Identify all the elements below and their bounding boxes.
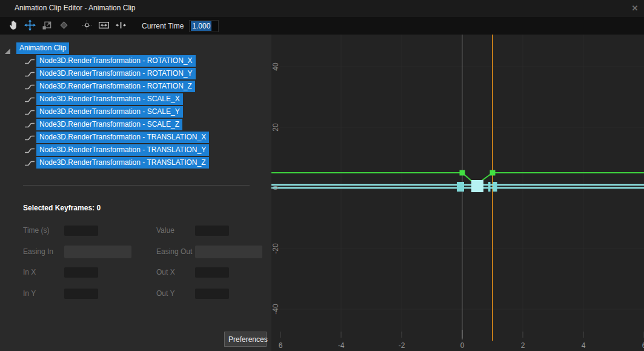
x-tick-label: 0 — [460, 341, 465, 350]
tree-item-label: Node3D.RenderTransformation - ROTATION_Z — [36, 81, 195, 92]
scale-box-icon — [41, 19, 53, 33]
in-x-input[interactable] — [64, 267, 98, 278]
y-axis: 40200-20-40 — [271, 62, 280, 315]
y-tick-label: 40 — [271, 62, 280, 71]
fit-horizontally-button[interactable] — [96, 18, 111, 34]
expander-icon[interactable] — [5, 45, 10, 51]
cyan-keyframes — [457, 180, 497, 192]
split-arrows-icon — [115, 19, 127, 33]
animation-curve-icon — [24, 159, 35, 170]
tree-item[interactable]: Node3D.RenderTransformation - ROTATION_X — [0, 55, 271, 67]
center-view-button[interactable] — [79, 18, 95, 34]
selected-keyframes-heading: Selected Keyframes: 0 — [23, 204, 101, 212]
animation-curve-icon — [24, 133, 35, 144]
animation-curve-icon — [24, 70, 35, 81]
field-label: In Y — [23, 289, 36, 299]
keyframe-marker[interactable] — [490, 170, 496, 176]
scale-tool-button[interactable] — [39, 18, 55, 34]
keyframe-marker[interactable] — [488, 182, 491, 192]
preferences-button[interactable]: Preferences — [224, 332, 267, 347]
hand-icon — [7, 19, 19, 33]
selected-keyframes-label: Selected Keyframes: — [23, 204, 95, 212]
field-label: Time (s) — [23, 226, 50, 236]
curve-editor-canvas[interactable]: 6-4-2024640200-20-40 — [271, 35, 644, 351]
move-tool-button[interactable] — [22, 18, 38, 34]
tree-item-label: Node3D.RenderTransformation - TRANSLATIO… — [36, 157, 209, 169]
tree-item-label: Node3D.RenderTransformation - SCALE_Z — [36, 119, 182, 130]
out-y-input[interactable] — [195, 289, 229, 299]
y-tick-label: 20 — [271, 123, 280, 132]
out-x-input[interactable] — [195, 267, 229, 278]
window-title: Animation Clip Editor - Animation Clip — [15, 4, 135, 12]
close-icon[interactable]: ✕ — [630, 4, 640, 13]
current-time-label: Current Time — [142, 22, 184, 30]
current-time-input[interactable]: 1.000 — [189, 20, 219, 32]
y-tick-label: -20 — [271, 243, 280, 254]
pan-tool-button[interactable] — [5, 18, 21, 34]
animation-curve-icon — [24, 146, 35, 157]
tree-item-label: Node3D.RenderTransformation - ROTATION_Y — [36, 68, 196, 79]
tree-item[interactable]: Node3D.RenderTransformation - SCALE_X — [0, 93, 271, 105]
animation-curve-icon — [24, 82, 35, 93]
animation-curve-icon — [24, 95, 35, 106]
tree-item-label: Node3D.RenderTransformation - SCALE_X — [36, 93, 183, 105]
tree-item[interactable]: Node3D.RenderTransformation - ROTATION_Y — [0, 68, 271, 79]
tree-item-label: Node3D.RenderTransformation - ROTATION_X — [36, 55, 196, 67]
tree-item-label: Node3D.RenderTransformation - TRANSLATIO… — [36, 132, 209, 143]
fit-width-icon — [98, 19, 110, 33]
fit-to-current-time-button[interactable] — [113, 18, 128, 34]
x-tick-label: 6 — [279, 341, 283, 350]
keyframe-marker[interactable] — [457, 182, 464, 192]
field-label: In X — [23, 267, 36, 278]
animation-curve-icon — [24, 121, 35, 132]
divider — [23, 185, 250, 186]
y-tick-label: 0 — [271, 186, 280, 190]
titlebar: Animation Clip Editor - Animation Clip ✕ — [0, 0, 644, 17]
tree-item-label: Node3D.RenderTransformation - TRANSLATIO… — [36, 144, 209, 156]
animation-curve-icon — [24, 57, 35, 68]
move-arrows-icon — [24, 19, 36, 33]
tree-root-label: Animation Clip — [16, 42, 69, 54]
selected-keyframes-count: 0 — [96, 204, 101, 212]
field-label: Out Y — [156, 289, 174, 299]
y-tick-label: -40 — [271, 304, 280, 315]
easing-out-input[interactable] — [195, 246, 262, 258]
field-label: Out X — [156, 267, 175, 278]
keyframe-marker[interactable] — [493, 182, 497, 192]
field-label: Easing In — [23, 246, 53, 258]
tree-item[interactable]: Node3D.RenderTransformation - TRANSLATIO… — [0, 144, 271, 156]
time-s-input[interactable] — [64, 226, 98, 236]
tree-root-row[interactable]: Animation Clip — [0, 42, 271, 54]
keyframe-marker-selected[interactable] — [471, 180, 483, 192]
toolbar: Current Time 1.000 — [0, 17, 644, 35]
x-tick-label: 6 — [642, 341, 644, 350]
x-axis: 6-4-20246 — [279, 330, 644, 350]
field-label: Easing Out — [156, 246, 192, 258]
in-y-input[interactable] — [64, 289, 98, 299]
tree-item-label: Node3D.RenderTransformation - SCALE_Y — [36, 106, 183, 118]
tree-item[interactable]: Node3D.RenderTransformation - ROTATION_Z — [0, 81, 271, 92]
tree-item[interactable]: Node3D.RenderTransformation - SCALE_Y — [0, 106, 271, 118]
add-keyframe-tool-button[interactable] — [56, 18, 71, 34]
x-tick-label: -4 — [338, 341, 345, 350]
value-input[interactable] — [195, 226, 229, 236]
tree-item[interactable]: Node3D.RenderTransformation - TRANSLATIO… — [0, 132, 271, 143]
tree-item[interactable]: Node3D.RenderTransformation - TRANSLATIO… — [0, 157, 271, 169]
animation-curve-icon — [24, 108, 35, 119]
x-tick-label: 4 — [582, 341, 586, 350]
x-tick-label: 2 — [521, 341, 525, 350]
tree-item[interactable]: Node3D.RenderTransformation - SCALE_Z — [0, 119, 271, 130]
x-tick-label: -2 — [399, 341, 405, 350]
keyframe-marker[interactable] — [460, 170, 465, 176]
rotation-keyframes — [460, 170, 496, 176]
field-label: Value — [156, 226, 174, 236]
curve-list-panel: Animation Clip Node3D.RenderTransformati… — [0, 35, 271, 351]
current-time-value: 1.000 — [191, 21, 211, 31]
keyframe-diamond-icon — [58, 19, 70, 33]
center-crosshair-icon — [81, 19, 93, 33]
animation-clip-editor-window: Animation Clip Editor - Animation Clip ✕ — [0, 0, 644, 351]
easing-in-input[interactable] — [64, 246, 131, 258]
